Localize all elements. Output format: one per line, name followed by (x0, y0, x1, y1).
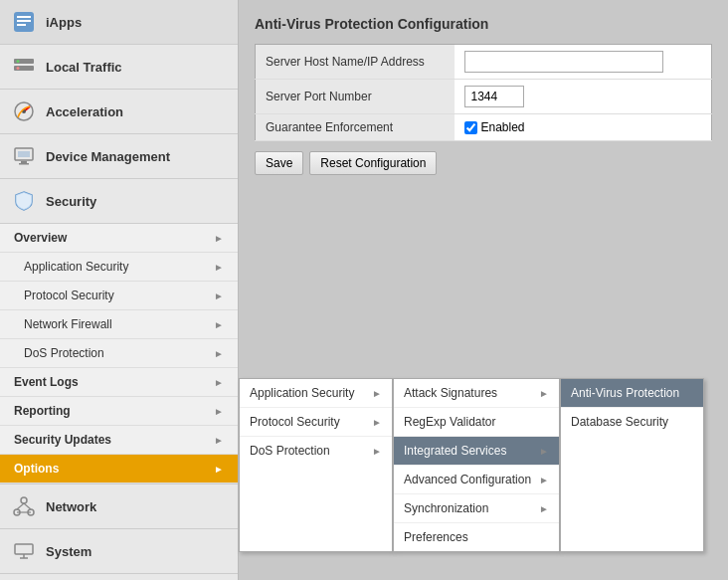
chevron-icon: ► (214, 377, 224, 388)
sidebar-item-acceleration[interactable]: Acceleration (0, 90, 238, 134)
submenu-event-logs[interactable]: Event Logs ► (0, 368, 238, 397)
sidebar-item-security[interactable]: Security (0, 179, 238, 224)
iapps-icon (12, 10, 36, 34)
sidebar: iApps Local Traffic Acceleration (0, 0, 239, 580)
svg-rect-13 (19, 163, 29, 165)
chevron-icon: ► (214, 435, 224, 446)
submenu-event-logs-label: Event Logs (14, 375, 79, 389)
dropdown-integrated-services[interactable]: Integrated Services ► (394, 437, 559, 466)
dropdown-regexp-validator[interactable]: RegExp Validator (394, 408, 559, 437)
dropdown-protocol-security[interactable]: Protocol Security ► (240, 408, 392, 437)
field-label-host: Server Host Name/IP Address (256, 45, 455, 80)
sidebar-item-acceleration-label: Acceleration (46, 104, 123, 119)
submenu-reporting-label: Reporting (14, 404, 71, 418)
field-label-guarantee: Guarantee Enforcement (256, 114, 455, 141)
page-title: Anti-Virus Protection Configuration (255, 16, 712, 32)
dropdown-db-security-label: Database Security (571, 415, 668, 429)
chevron-icon: ► (214, 348, 224, 359)
svg-line-18 (24, 503, 31, 509)
svg-point-6 (17, 60, 20, 63)
submenu-dos-label: DoS Protection (24, 346, 104, 360)
dropdown-container: Application Security ► Protocol Security… (239, 378, 704, 552)
sidebar-item-iapps-label: iApps (46, 15, 82, 30)
svg-rect-11 (18, 151, 30, 157)
field-label-port: Server Port Number (256, 80, 455, 114)
dropdown-advanced-label: Advanced Configuration (404, 473, 531, 486)
sidebar-item-local-traffic-label: Local Traffic (46, 60, 122, 75)
dropdown-app-security[interactable]: Application Security ► (240, 379, 392, 408)
submenu-reporting[interactable]: Reporting ► (0, 397, 238, 426)
dropdown-integrated-label: Integrated Services (404, 444, 506, 458)
sidebar-item-system[interactable]: System (0, 529, 238, 574)
table-row-host: Server Host Name/IP Address (256, 45, 712, 80)
dropdown-preferences[interactable]: Preferences (394, 523, 559, 551)
chevron-icon: ► (214, 406, 224, 417)
dropdown-regexp-label: RegExp Validator (404, 415, 496, 429)
security-section: Security Overview ► Application Security… (0, 179, 238, 484)
app-security-dropdown: Attack Signatures ► RegExp Validator Int… (393, 378, 560, 552)
dropdown-sync-label: Synchronization (404, 501, 488, 515)
arrow-icon: ► (539, 475, 549, 485)
save-button[interactable]: Save (255, 151, 303, 175)
guarantee-label: Enabled (464, 120, 702, 134)
security-icon (12, 189, 36, 213)
device-management-icon (12, 144, 36, 168)
dropdown-dos-protection[interactable]: DoS Protection ► (240, 437, 392, 465)
main-content: Anti-Virus Protection Configuration Serv… (239, 0, 728, 580)
sidebar-item-device-management[interactable]: Device Management (0, 134, 238, 179)
submenu-options-label: Options (14, 462, 59, 476)
arrow-icon: ► (372, 446, 382, 457)
chevron-icon: ► (214, 233, 224, 244)
server-host-input[interactable] (464, 51, 663, 73)
guarantee-checkbox[interactable] (464, 121, 477, 134)
server-port-input[interactable] (464, 86, 524, 107)
dropdown-attack-sig-label: Attack Signatures (404, 386, 497, 400)
table-row-port: Server Port Number (256, 80, 712, 114)
system-icon (12, 539, 36, 563)
svg-point-14 (21, 497, 27, 503)
chevron-icon: ► (214, 464, 224, 475)
table-row-guarantee: Guarantee Enforcement Enabled (256, 114, 712, 141)
dropdown-protocol-security-label: Protocol Security (250, 415, 340, 429)
config-table: Server Host Name/IP Address Server Port … (255, 44, 712, 141)
submenu-overview[interactable]: Overview ► (0, 224, 238, 253)
dropdown-preferences-label: Preferences (404, 530, 468, 544)
submenu-dos-protection[interactable]: DoS Protection ► (0, 339, 238, 368)
sidebar-item-device-management-label: Device Management (46, 149, 170, 164)
submenu-app-security-label: Application Security (24, 260, 128, 274)
arrow-icon: ► (539, 388, 549, 399)
sidebar-item-network[interactable]: Network (0, 484, 238, 529)
options-dropdown: Application Security ► Protocol Security… (239, 378, 393, 552)
dropdown-attack-signatures[interactable]: Attack Signatures ► (394, 379, 559, 408)
submenu-security-updates[interactable]: Security Updates ► (0, 426, 238, 455)
submenu-network-firewall[interactable]: Network Firewall ► (0, 310, 238, 339)
sidebar-item-system-label: System (46, 544, 91, 559)
submenu-protocol-security[interactable]: Protocol Security ► (0, 282, 238, 310)
arrow-icon: ► (539, 503, 549, 514)
dropdown-dos-label: DoS Protection (250, 444, 330, 458)
submenu-overview-label: Overview (14, 231, 67, 245)
chevron-icon: ► (214, 262, 224, 273)
sidebar-item-local-traffic[interactable]: Local Traffic (0, 45, 238, 90)
sidebar-item-iapps[interactable]: iApps (0, 0, 238, 45)
sidebar-item-network-label: Network (46, 499, 96, 514)
dropdown-synchronization[interactable]: Synchronization ► (394, 494, 559, 523)
submenu-options[interactable]: Options ► (0, 455, 238, 483)
submenu-security-updates-label: Security Updates (14, 433, 111, 447)
svg-point-7 (17, 67, 20, 70)
submenu-network-firewall-label: Network Firewall (24, 317, 112, 331)
submenu-protocol-security-label: Protocol Security (24, 289, 114, 302)
dropdown-anti-virus[interactable]: Anti-Virus Protection (561, 379, 703, 408)
dropdown-advanced-config[interactable]: Advanced Configuration ► (394, 466, 559, 494)
dropdown-database-security[interactable]: Database Security (561, 408, 703, 436)
svg-rect-2 (17, 20, 31, 22)
acceleration-icon (12, 99, 36, 123)
svg-rect-1 (17, 16, 31, 18)
reset-button[interactable]: Reset Configuration (309, 151, 437, 175)
guarantee-checkbox-label: Enabled (481, 120, 525, 134)
svg-rect-20 (15, 544, 33, 554)
svg-line-17 (17, 503, 24, 509)
arrow-icon: ► (372, 388, 382, 399)
arrow-icon: ► (372, 417, 382, 428)
submenu-application-security[interactable]: Application Security ► (0, 253, 238, 282)
